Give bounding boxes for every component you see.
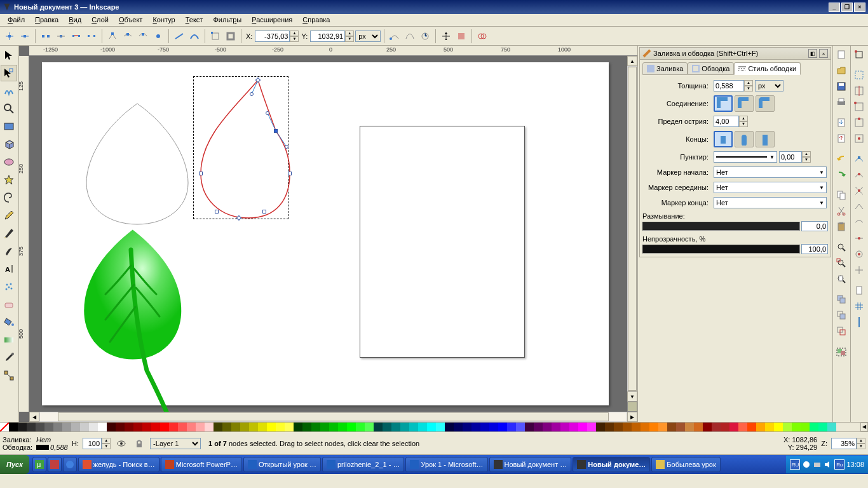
show-handles-icon[interactable] [388,29,402,43]
lang-indicator-2[interactable]: Ru [834,459,844,470]
text-tool[interactable]: A [1,261,17,277]
snap-bbox-midpoint-icon[interactable] [851,115,867,130]
node-join-segment-icon[interactable] [69,29,83,43]
swatch[interactable] [649,423,658,431]
menu-layer[interactable]: Слой [86,14,114,26]
swatch[interactable] [729,423,738,431]
object-to-path-icon[interactable] [208,29,222,43]
snap-path-icon[interactable] [851,167,867,182]
swatch[interactable] [9,423,18,431]
y-spin-up[interactable]: ▲ [345,30,354,36]
snap-object-center-icon[interactable] [851,247,867,262]
opacity-h-input[interactable] [83,438,102,449]
taskbar-item[interactable]: Бобылева урок [651,457,720,472]
menu-extensions[interactable]: Расширения [247,14,297,26]
swatch[interactable] [738,423,747,431]
rect-tool[interactable] [1,118,17,135]
scrollbar-horizontal[interactable]: ◀ ▶ [29,412,637,422]
snap-midpoint-icon[interactable] [851,231,867,246]
transform-handles-icon[interactable] [439,29,453,43]
clock[interactable]: 13:08 [846,461,864,468]
swatch[interactable] [178,423,187,431]
swatch[interactable] [721,423,729,431]
swatch[interactable] [320,423,329,431]
menu-text[interactable]: Текст [180,14,208,26]
close-button[interactable]: × [854,3,865,12]
segment-curve-icon[interactable] [187,29,201,43]
swatch[interactable] [801,423,810,431]
swatch[interactable] [703,423,712,431]
segment-line-icon[interactable] [172,29,186,43]
save-doc-icon[interactable] [834,79,849,94]
swatch[interactable] [596,423,605,431]
swatch[interactable] [783,423,792,431]
node-auto-icon[interactable] [151,29,165,43]
swatch[interactable] [400,423,409,431]
swatch[interactable] [169,423,178,431]
swatch[interactable] [347,423,356,431]
swatch[interactable] [712,423,721,431]
swatch[interactable] [276,423,285,431]
swatch[interactable] [516,423,525,431]
swatch[interactable] [463,423,471,431]
selector-tool[interactable] [1,47,17,64]
zoom-drawing-icon[interactable] [834,255,849,271]
snap-guide-icon[interactable] [851,315,867,330]
stroke-width-input[interactable] [714,80,744,92]
layer-select[interactable]: -Layer 1 [150,438,201,449]
join-bevel-button[interactable] [756,95,775,112]
swatch[interactable] [36,423,44,431]
zoom-fit-icon[interactable] [834,240,849,255]
maximize-button[interactable]: ❐ [841,3,853,12]
swatch[interactable] [774,423,783,431]
blur-slider[interactable] [642,222,800,231]
gradient-tool[interactable] [1,332,17,348]
redo-icon[interactable] [834,167,849,182]
dash-pattern-select[interactable]: ▼ [714,151,777,163]
menu-filters[interactable]: Фильтры [208,14,247,26]
menu-edit[interactable]: Правка [30,14,64,26]
next-path-effect-icon[interactable] [418,29,432,43]
fill-value[interactable]: Нет [36,436,68,444]
quick-launch-3[interactable] [63,457,77,472]
stroke-value[interactable]: 0,588 [50,444,68,451]
menu-file[interactable]: Файл [3,14,30,26]
swatch[interactable] [676,423,685,431]
swatch[interactable] [641,423,649,431]
swatch[interactable] [80,423,89,431]
tray-icon-2[interactable] [813,460,822,469]
stroke-to-path-icon[interactable] [224,29,238,43]
x-coord-input[interactable] [255,30,290,42]
swatch[interactable] [329,423,338,431]
swatch[interactable] [27,423,36,431]
swatch[interactable] [374,423,383,431]
swatch[interactable] [569,423,578,431]
edit-clip-icon[interactable] [475,29,489,43]
node-symmetric-icon[interactable] [136,29,150,43]
taskbar-item[interactable]: Microsoft PowerP… [161,457,242,472]
swatch[interactable] [240,423,249,431]
x-spin-up[interactable]: ▲ [290,30,299,36]
swatch[interactable] [765,423,774,431]
swatch[interactable] [142,423,151,431]
node-join-icon[interactable] [54,29,68,43]
menu-path[interactable]: Контур [147,14,180,26]
swatch[interactable] [222,423,231,431]
eraser-tool[interactable] [1,296,17,313]
taskbar-item[interactable]: желудь - Поиск в… [78,457,159,472]
swatch[interactable] [543,423,552,431]
menu-object[interactable]: Объект [114,14,147,26]
layer-visible-icon[interactable] [114,437,128,451]
ellipse-tool[interactable] [1,154,17,170]
zoom-page-icon[interactable] [834,271,849,287]
star-tool[interactable] [1,172,17,188]
swatch[interactable] [436,423,445,431]
new-doc-icon[interactable] [834,47,849,62]
swatch[interactable] [552,423,560,431]
swatch[interactable] [409,423,418,431]
swatch[interactable] [98,423,107,431]
swatch[interactable] [205,423,214,431]
swatch[interactable] [507,423,516,431]
swatch[interactable] [267,423,276,431]
import-icon[interactable] [834,115,849,130]
